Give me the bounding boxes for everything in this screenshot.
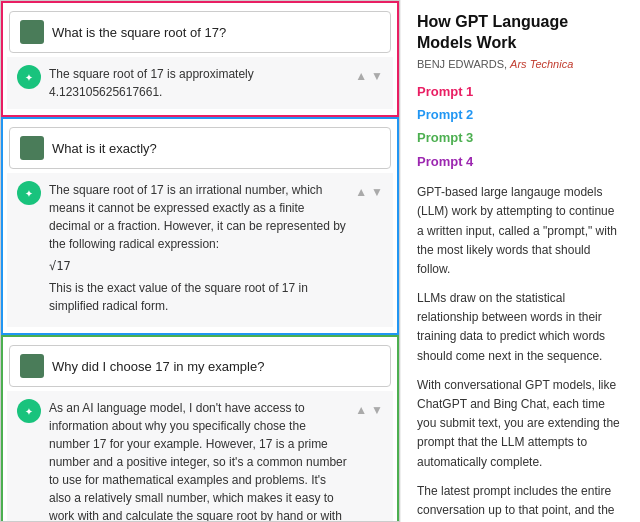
prompt-label-3: Prompt 3 bbox=[417, 126, 624, 149]
user-message-3: Why did I choose 17 in my example? bbox=[9, 345, 391, 387]
ai-text-3: As an AI language model, I don't have ac… bbox=[49, 401, 347, 522]
ai-message-2: ✦ The square root of 17 is an irrational… bbox=[7, 173, 393, 327]
user-icon-2 bbox=[20, 136, 44, 160]
desc-para-2: LLMs draw on the statistical relationshi… bbox=[417, 289, 624, 366]
byline-publication[interactable]: Ars Technica bbox=[510, 58, 573, 70]
user-text-2: What is it exactly? bbox=[52, 141, 157, 156]
prompt-label-4: Prompt 4 bbox=[417, 150, 624, 173]
ai-body-2: The square root of 17 is an irrational n… bbox=[49, 181, 347, 319]
ai-thumbs-2[interactable]: ▲ ▼ bbox=[355, 183, 383, 201]
byline: BENJ EDWARDS, Ars Technica bbox=[417, 58, 624, 70]
chat-panel[interactable]: What is the square root of 17? ✦ The squ… bbox=[0, 0, 400, 522]
user-message-1: What is the square root of 17? bbox=[9, 11, 391, 53]
user-icon-3 bbox=[20, 354, 44, 378]
byline-author: BENJ EDWARDS, bbox=[417, 58, 507, 70]
user-icon-1 bbox=[20, 20, 44, 44]
ai-text-2c: This is the exact value of the square ro… bbox=[49, 279, 347, 315]
thumbs-down-1[interactable]: ▼ bbox=[371, 67, 383, 85]
desc-para-1: GPT-based large langauge models (LLM) wo… bbox=[417, 183, 624, 279]
prompt-labels: Prompt 1 Prompt 2 Prompt 3 Prompt 4 bbox=[417, 80, 624, 174]
svg-text:✦: ✦ bbox=[25, 407, 33, 417]
ai-icon-3: ✦ bbox=[17, 399, 41, 423]
prompt-label-2: Prompt 2 bbox=[417, 103, 624, 126]
thumbs-down-2[interactable]: ▼ bbox=[371, 183, 383, 201]
thumbs-up-1[interactable]: ▲ bbox=[355, 67, 367, 85]
thumbs-up-3[interactable]: ▲ bbox=[355, 401, 367, 419]
prompt3-section: Why did I choose 17 in my example? ✦ As … bbox=[1, 335, 399, 522]
prompt2-section: What is it exactly? ✦ The square root of… bbox=[1, 117, 399, 335]
svg-text:✦: ✦ bbox=[25, 189, 33, 199]
prompt-label-1: Prompt 1 bbox=[417, 80, 624, 103]
ai-text-1: The square root of 17 is approximately 4… bbox=[49, 67, 254, 99]
desc-para-3: With conversational GPT models, like Cha… bbox=[417, 376, 624, 472]
article-title: How GPT Language Models Work bbox=[417, 12, 624, 54]
user-message-2: What is it exactly? bbox=[9, 127, 391, 169]
user-text-3: Why did I choose 17 in my example? bbox=[52, 359, 264, 374]
svg-text:✦: ✦ bbox=[25, 73, 33, 83]
right-panel: How GPT Language Models Work BENJ EDWARD… bbox=[400, 0, 640, 522]
ai-message-1: ✦ The square root of 17 is approximately… bbox=[7, 57, 393, 109]
ai-text-2a: The square root of 17 is an irrational n… bbox=[49, 181, 347, 253]
ai-body-1: The square root of 17 is approximately 4… bbox=[49, 65, 347, 101]
prompt1-section: What is the square root of 17? ✦ The squ… bbox=[1, 1, 399, 117]
ai-body-3: As an AI language model, I don't have ac… bbox=[49, 399, 347, 522]
thumbs-up-2[interactable]: ▲ bbox=[355, 183, 367, 201]
ai-icon-2: ✦ bbox=[17, 181, 41, 205]
ai-text-2b: √17 bbox=[49, 257, 347, 275]
ai-message-3: ✦ As an AI language model, I don't have … bbox=[7, 391, 393, 522]
ai-icon-1: ✦ bbox=[17, 65, 41, 89]
thumbs-down-3[interactable]: ▼ bbox=[371, 401, 383, 419]
ai-thumbs-1[interactable]: ▲ ▼ bbox=[355, 67, 383, 85]
desc-para-4: The latest prompt includes the entire co… bbox=[417, 482, 624, 522]
ai-thumbs-3[interactable]: ▲ ▼ bbox=[355, 401, 383, 419]
user-text-1: What is the square root of 17? bbox=[52, 25, 226, 40]
